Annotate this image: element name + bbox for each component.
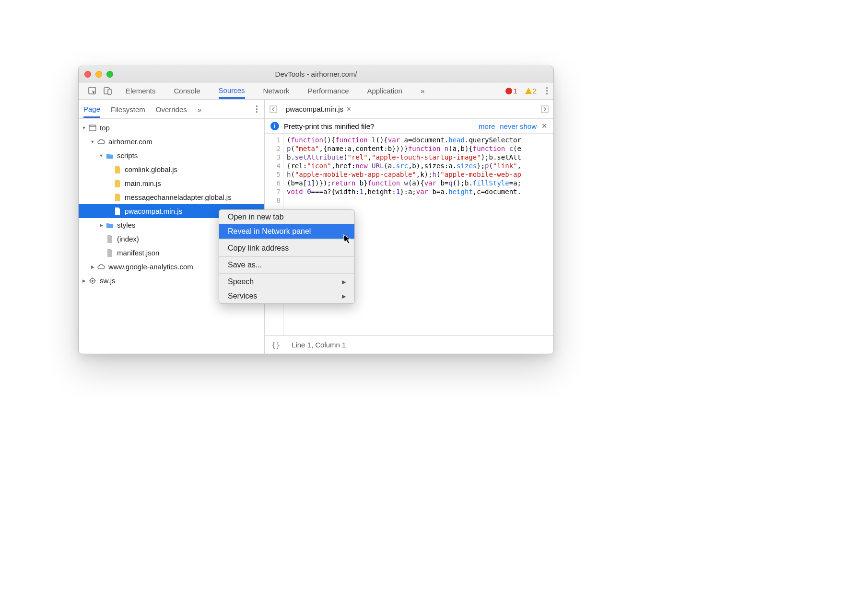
ctx-speech[interactable]: Speech [219, 275, 354, 289]
tree-file-mainmin[interactable]: main.min.js [79, 176, 264, 190]
settings-menu-icon[interactable] [544, 85, 550, 96]
line-number: 3 [265, 153, 281, 161]
cloud-icon [97, 138, 106, 146]
ctx-reveal-network[interactable]: Reveal in Network panel [219, 224, 354, 239]
maximize-button[interactable] [106, 71, 113, 78]
pretty-print-infobar: i Pretty-print this minified file? more … [265, 119, 553, 134]
code-line: (b=a[1])});return b}function w(a){var b=… [287, 179, 553, 187]
line-number: 2 [265, 144, 281, 153]
editor-footer: {} Line 1, Column 1 [265, 335, 553, 354]
svg-rect-11 [270, 106, 277, 113]
context-menu: Open in new tab Reveal in Network panel … [219, 209, 355, 304]
tree-file-comlink[interactable]: comlink.global.js [79, 162, 264, 176]
code-line: {rel:"icon",href:new URL(a.src,b),sizes:… [287, 161, 553, 170]
tree-scripts-folder[interactable]: scripts [79, 149, 264, 162]
window-title: DevTools - airhorner.com/ [84, 70, 548, 78]
code-line: (function(){function l(){var a=document.… [287, 136, 553, 144]
navigator-tabs-overflow[interactable]: » [198, 105, 201, 117]
nav-fwd-icon[interactable] [541, 105, 549, 113]
code-line: b.setAttribute("rel","apple-touch-startu… [287, 153, 553, 161]
error-badge[interactable]: 1 [505, 87, 517, 95]
folder-icon [106, 151, 114, 160]
code-line: h("apple-mobile-web-app-capable",k);h("a… [287, 170, 553, 179]
svg-rect-12 [541, 106, 548, 113]
ctx-services[interactable]: Services [219, 289, 354, 303]
ctx-open-new-tab[interactable]: Open in new tab [219, 210, 354, 224]
ctx-save-as[interactable]: Save as... [219, 258, 354, 272]
tree-file-msgadapter[interactable]: messagechanneladapter.global.js [79, 190, 264, 204]
js-file-icon [113, 193, 122, 202]
service-worker-icon [88, 276, 97, 285]
navigator-tab-page[interactable]: Page [83, 105, 100, 118]
line-number: 8 [265, 196, 281, 205]
svg-rect-3 [89, 125, 96, 131]
minimize-button[interactable] [95, 71, 102, 78]
line-number: 5 [265, 170, 281, 179]
js-file-icon [113, 179, 122, 188]
code-line: void 0===a?{width:1,height:1}:a;var b=a.… [287, 187, 553, 196]
close-tab-icon[interactable]: ✕ [346, 105, 352, 113]
frame-icon [88, 124, 97, 132]
infobar-never[interactable]: never show [500, 122, 537, 130]
pretty-print-icon[interactable]: {} [271, 341, 280, 349]
infobar-text: Pretty-print this minified file? [284, 122, 374, 130]
svg-rect-2 [108, 89, 111, 94]
line-number: 6 [265, 179, 281, 187]
inspect-icon[interactable] [88, 87, 97, 95]
infobar-close-icon[interactable]: ✕ [541, 122, 548, 130]
editor-tabs: pwacompat.min.js ✕ [265, 100, 553, 119]
folder-icon [106, 221, 114, 230]
infobar-more[interactable]: more [479, 122, 495, 130]
nav-back-icon[interactable] [270, 105, 277, 113]
cloud-icon [97, 263, 106, 271]
line-number: 1 [265, 136, 281, 144]
warning-badge[interactable]: 2 [525, 87, 537, 95]
status-line: Line 1, Column 1 [292, 341, 346, 349]
js-file-icon [113, 207, 122, 216]
device-toggle-icon[interactable] [104, 87, 112, 95]
tree-domain[interactable]: airhorner.com [79, 135, 264, 149]
tab-console[interactable]: Console [174, 87, 200, 98]
tab-elements[interactable]: Elements [126, 87, 156, 98]
navigator-tab-filesystem[interactable]: Filesystem [111, 105, 145, 117]
navigator-tab-overrides[interactable]: Overrides [156, 105, 187, 117]
code-line: p("meta",{name:a,content:b}))}function n… [287, 144, 553, 153]
titlebar: DevTools - airhorner.com/ [79, 66, 553, 82]
traffic-lights [84, 71, 113, 78]
tab-network[interactable]: Network [263, 87, 290, 98]
svg-point-6 [92, 280, 94, 282]
file-icon [106, 235, 114, 243]
close-button[interactable] [84, 71, 91, 78]
main-tabstrip: Elements Console Sources Network Perform… [79, 82, 553, 100]
info-icon: i [270, 122, 279, 130]
tab-sources[interactable]: Sources [219, 86, 245, 99]
navigator-more-icon[interactable] [254, 104, 259, 115]
tabs-overflow[interactable]: » [421, 87, 424, 98]
navigator-tabs: Page Filesystem Overrides » [79, 100, 264, 119]
ctx-copy-link[interactable]: Copy link address [219, 241, 354, 255]
tab-application[interactable]: Application [367, 87, 402, 98]
file-icon [106, 249, 114, 257]
tab-performance[interactable]: Performance [308, 87, 349, 98]
line-number: 4 [265, 161, 281, 170]
js-file-icon [113, 165, 122, 174]
line-number: 7 [265, 187, 281, 196]
editor-tab-file[interactable]: pwacompat.min.js ✕ [285, 100, 352, 118]
tree-top[interactable]: top [79, 121, 264, 135]
